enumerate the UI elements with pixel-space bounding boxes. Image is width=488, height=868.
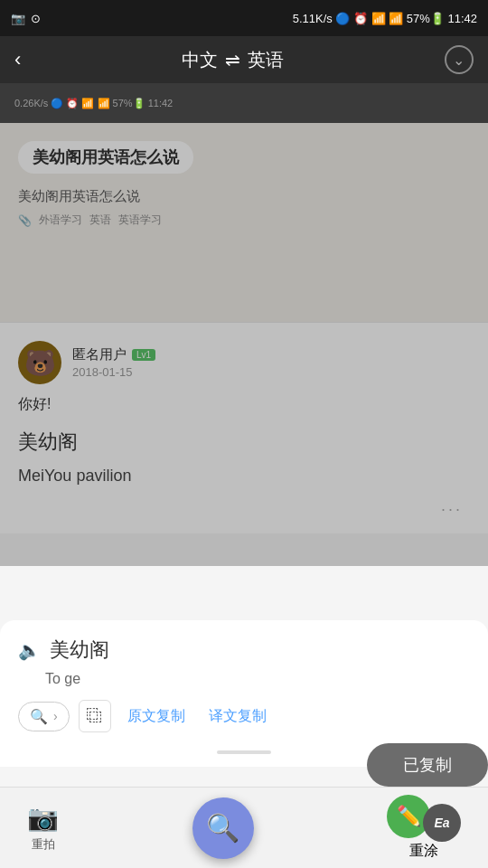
action-row: 🔍 › ⿻ 原文复制 译文复制 <box>18 700 470 743</box>
back-button[interactable]: ‹ <box>14 48 21 71</box>
search-pill-icon: 🔍 <box>30 708 48 725</box>
status-bar: 📷 ⊙ 5.11K/s 🔵 ⏰ 📶 📶 57%🔋 11:42 <box>0 0 488 36</box>
overlay <box>0 123 488 566</box>
copy-doc-icon: ⿻ <box>87 707 103 726</box>
title-cn: 中文 <box>182 48 218 72</box>
retake-label: 重拍 <box>32 836 55 853</box>
retake-nav-item[interactable]: 📷 重拍 <box>27 803 59 853</box>
header-bar: ‹ 中文 ⇌ 英语 ⌄ <box>0 36 488 83</box>
copy-translation-button[interactable]: 译文复制 <box>202 702 274 731</box>
translation-word: 美幼阁 <box>50 637 109 664</box>
title-en: 英语 <box>248 48 284 72</box>
chevron-down-icon: ⌄ <box>453 52 465 69</box>
translate-arrow-icon: ⇌ <box>225 49 240 71</box>
header-title: 中文 ⇌ 英语 <box>182 48 284 72</box>
status-right: 5.11K/s 🔵 ⏰ 📶 📶 57%🔋 11:42 <box>293 12 477 25</box>
copy-icon-button[interactable]: ⿻ <box>79 700 111 732</box>
copy-original-button[interactable]: 原文复制 <box>120 702 192 731</box>
search-fab-icon: 🔍 <box>206 812 239 844</box>
bottom-nav: 📷 重拍 🔍 ✏️ Ea 重涂 <box>0 787 488 868</box>
edit-icon: ✏️ <box>397 805 421 828</box>
network-speed: 5.11K/s 🔵 ⏰ 📶 📶 57%🔋 11:42 <box>293 12 477 25</box>
redraw-label: 重涂 <box>409 842 438 861</box>
search-fab-button[interactable]: 🔍 <box>192 797 254 859</box>
sub-header-status: 0.26K/s 🔵 ⏰ 📶 📶 57%🔋 11:42 <box>14 98 173 109</box>
search-pill-button[interactable]: 🔍 › <box>18 702 70 731</box>
sub-header: 0.26K/s 🔵 ⏰ 📶 📶 57%🔋 11:42 <box>0 83 488 123</box>
copied-toast-label: 已复制 <box>367 743 488 787</box>
record-icon: ⊙ <box>31 12 41 25</box>
retake-icon: 📷 <box>27 803 59 833</box>
panel-wrapper: 🔈 美幼阁 To ge 🔍 › ⿻ 原文复制 译文复制 已复制 <box>0 620 488 787</box>
ea-label: Ea <box>434 816 449 830</box>
camera-status-icon: 📷 <box>11 12 25 25</box>
search-pill-arrow-icon: › <box>53 709 58 723</box>
expand-button[interactable]: ⌄ <box>445 45 474 74</box>
status-left: 📷 ⊙ <box>11 12 41 25</box>
redraw-nav-item[interactable]: ✏️ Ea 重涂 <box>387 795 461 861</box>
speaker-icon[interactable]: 🔈 <box>18 639 41 661</box>
drag-line <box>217 750 271 754</box>
translation-word-row: 🔈 美幼阁 <box>18 637 470 664</box>
translation-result: To ge <box>18 671 470 687</box>
